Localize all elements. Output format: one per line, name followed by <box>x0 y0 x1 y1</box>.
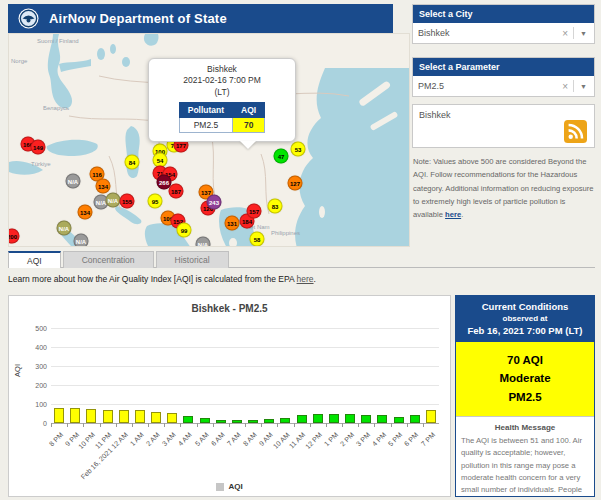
map-aqi-marker[interactable]: 58 <box>250 232 265 247</box>
chart-x-tick <box>51 423 52 427</box>
chart-gridline <box>51 366 439 367</box>
map-aqi-marker[interactable]: 127 <box>288 176 303 191</box>
chart-bar <box>103 410 113 423</box>
chart-gridline <box>51 404 439 405</box>
chart-y-tick-label: 200 <box>17 382 47 389</box>
clear-city-icon[interactable]: × <box>557 28 573 39</box>
map-aqi-marker[interactable]: N/A <box>66 174 81 189</box>
chart-legend[interactable]: AQI <box>9 482 450 491</box>
chart-x-tick <box>83 423 84 427</box>
chart-y-tick-label: 500 <box>17 325 47 332</box>
chart-bar <box>394 417 404 423</box>
map-aqi-marker[interactable]: 155 <box>120 194 135 209</box>
popup-city: Bishkek <box>155 64 289 75</box>
conditions-aqi-value: 70 AQI <box>456 351 594 369</box>
map-place-label: Suomi / Finland <box>37 38 79 44</box>
chart-bar <box>377 415 387 423</box>
chart-x-tick <box>326 423 327 427</box>
parameter-select-header: Select a Parameter <box>413 58 594 76</box>
app-title: AirNow Department of State <box>49 11 227 26</box>
chart-x-tick <box>407 423 408 427</box>
chart-x-tick <box>180 423 181 427</box>
map-aqi-marker[interactable]: 53 <box>291 142 306 157</box>
map-aqi-marker[interactable]: N/A <box>57 221 72 236</box>
city-select-panel: Select a City Bishkek × ▼ <box>412 4 595 44</box>
learn-more-text: Learn more about how the Air Quality Ind… <box>8 274 316 284</box>
chart-bar <box>232 420 242 423</box>
chart-x-tick <box>164 423 165 427</box>
chart-x-tick-label: 4 PM <box>371 431 388 448</box>
map-aqi-marker[interactable]: 47 <box>274 149 289 164</box>
chart-x-tick-label: 3 PM <box>355 431 372 448</box>
chart-x-tick <box>310 423 311 427</box>
conditions-datetime: Feb 16, 2021 7:00 PM (LT) <box>459 325 591 336</box>
map-aqi-marker[interactable]: 134 <box>96 179 111 194</box>
map-aqi-marker[interactable]: 131 <box>225 216 240 231</box>
popup-pointer <box>240 141 256 149</box>
chart-x-tick-label: 1 PM <box>322 431 339 448</box>
map-aqi-marker[interactable]: 95 <box>148 194 163 209</box>
city-select[interactable]: Bishkek × ▼ <box>413 23 594 43</box>
map-aqi-marker[interactable]: 149 <box>31 140 46 155</box>
aqi-map[interactable]: Suomi / FinlandNorgeБеларусьTürkiyeViệt … <box>8 33 410 247</box>
note-here-link[interactable]: here <box>445 210 461 219</box>
chart-y-tick-label: 0 <box>17 420 47 427</box>
rss-icon[interactable] <box>564 120 587 143</box>
map-place-label: Türkiye <box>31 161 51 167</box>
learn-more-here-link[interactable]: here <box>297 274 314 284</box>
chart-tabs: AQI Concentration Historical <box>8 251 229 268</box>
conditions-pollutant: PM2.5 <box>456 388 594 406</box>
map-aqi-marker[interactable]: 134 <box>78 205 93 220</box>
chart-x-tick-label: 2 AM <box>145 431 161 447</box>
map-place-label: Philippines <box>271 230 300 236</box>
city-select-header: Select a City <box>413 5 594 23</box>
app-header: AirNow Department of State <box>8 4 393 33</box>
chart-bar <box>183 416 193 423</box>
map-place-label: Norge <box>11 58 27 64</box>
map-aqi-marker[interactable]: 84 <box>125 155 140 170</box>
tab-concentration[interactable]: Concentration <box>63 251 154 268</box>
current-conditions-panel: Current Conditions observed at Feb 16, 2… <box>455 295 595 497</box>
chart-x-tick-label: 7 AM <box>226 431 242 447</box>
chart-x-tick <box>294 423 295 427</box>
map-aqi-marker[interactable]: 157 <box>247 204 262 219</box>
map-aqi-marker[interactable]: 99 <box>177 223 192 238</box>
chevron-down-icon[interactable]: ▼ <box>574 30 589 37</box>
chart-x-tick-label: 6 AM <box>209 431 225 447</box>
clear-parameter-icon[interactable]: × <box>557 81 573 92</box>
chart-x-tick <box>67 423 68 427</box>
chevron-down-icon[interactable]: ▼ <box>574 83 589 90</box>
tab-aqi[interactable]: AQI <box>8 251 61 268</box>
city-select-value: Bishkek <box>418 28 557 38</box>
popup-pollutant-value: PM2.5 <box>179 118 232 133</box>
chart-bar <box>216 420 226 423</box>
chart-x-tick-label: 5 PM <box>387 431 404 448</box>
chart-x-tick <box>100 423 101 427</box>
aqi-chart-panel: Bishkek - PM2.5 AQI 01002003004005008 PM… <box>8 295 451 497</box>
chart-x-tick-label: 8 AM <box>242 431 258 447</box>
chart-x-tick <box>116 423 117 427</box>
note-text: Note: Values above 500 are considered Be… <box>413 157 594 219</box>
conditions-header: Current Conditions observed at Feb 16, 2… <box>456 296 594 342</box>
chart-x-tick-label: 2 PM <box>339 431 356 448</box>
popup-table: Pollutant AQI PM2.5 70 <box>179 102 265 133</box>
chart-x-tick-label: 12 PM <box>303 431 322 450</box>
map-aqi-marker[interactable]: 83 <box>268 199 283 214</box>
conditions-observed-at: observed at <box>459 314 591 323</box>
chart-x-tick <box>132 423 133 427</box>
chart-x-tick <box>358 423 359 427</box>
department-of-state-seal-icon <box>18 8 39 29</box>
legend-swatch <box>216 483 224 491</box>
tab-historical[interactable]: Historical <box>156 251 229 268</box>
chart-x-tick <box>391 423 392 427</box>
chart-x-tick <box>342 423 343 427</box>
chart-x-tick-label: 11 AM <box>288 431 307 450</box>
map-aqi-marker[interactable]: N/A <box>74 234 89 248</box>
parameter-select[interactable]: PM2.5 × ▼ <box>413 76 594 96</box>
map-aqi-marker[interactable]: 243 <box>207 195 222 210</box>
popup-col-aqi: AQI <box>233 103 265 118</box>
map-aqi-marker[interactable]: N/A <box>106 193 121 208</box>
map-aqi-marker[interactable]: N/A <box>196 237 211 248</box>
map-aqi-marker[interactable]: 187 <box>169 184 184 199</box>
health-message-title: Health Message <box>456 423 594 432</box>
